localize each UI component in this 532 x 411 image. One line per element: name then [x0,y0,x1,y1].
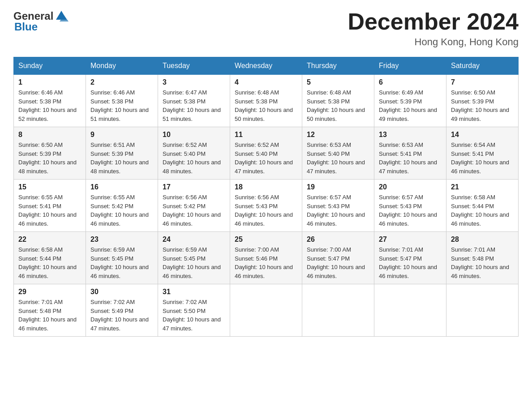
calendar-week-row: 1 Sunrise: 6:46 AM Sunset: 5:38 PM Dayli… [14,75,519,127]
day-info: Sunrise: 7:01 AM Sunset: 5:48 PM Dayligh… [451,245,514,280]
col-header-sunday: Sunday [14,57,86,75]
day-info: Sunrise: 6:50 AM Sunset: 5:39 PM Dayligh… [451,88,514,123]
day-info: Sunrise: 6:55 AM Sunset: 5:41 PM Dayligh… [18,193,81,228]
day-info: Sunrise: 7:01 AM Sunset: 5:48 PM Dayligh… [18,298,81,333]
title-section: December 2024 Hong Kong, Hong Kong [348,9,519,48]
calendar-cell: 9 Sunrise: 6:51 AM Sunset: 5:39 PM Dayli… [86,127,158,180]
calendar-cell: 27 Sunrise: 7:01 AM Sunset: 5:47 PM Dayl… [374,232,446,284]
day-number: 10 [163,131,225,139]
day-info: Sunrise: 6:57 AM Sunset: 5:43 PM Dayligh… [379,193,442,228]
calendar-cell: 8 Sunrise: 6:50 AM Sunset: 5:39 PM Dayli… [14,127,86,180]
calendar-cell: 20 Sunrise: 6:57 AM Sunset: 5:43 PM Dayl… [374,180,446,232]
day-info: Sunrise: 6:58 AM Sunset: 5:44 PM Dayligh… [18,245,81,280]
day-info: Sunrise: 6:52 AM Sunset: 5:40 PM Dayligh… [235,141,297,176]
logo-icon [54,9,69,23]
day-number: 12 [307,131,369,139]
day-number: 7 [451,78,514,86]
month-title: December 2024 [348,9,519,34]
calendar-cell: 24 Sunrise: 6:59 AM Sunset: 5:45 PM Dayl… [158,232,230,284]
calendar-cell [230,284,302,337]
day-number: 30 [90,288,153,296]
day-info: Sunrise: 7:00 AM Sunset: 5:47 PM Dayligh… [307,245,369,280]
day-number: 27 [379,235,442,244]
calendar-cell [374,284,446,337]
calendar-cell: 3 Sunrise: 6:47 AM Sunset: 5:38 PM Dayli… [158,75,230,127]
day-number: 5 [307,78,369,86]
day-info: Sunrise: 6:56 AM Sunset: 5:42 PM Dayligh… [163,193,225,228]
col-header-monday: Monday [86,57,158,75]
day-info: Sunrise: 6:54 AM Sunset: 5:41 PM Dayligh… [451,141,514,176]
calendar-cell: 16 Sunrise: 6:55 AM Sunset: 5:42 PM Dayl… [86,180,158,232]
calendar-cell: 30 Sunrise: 7:02 AM Sunset: 5:49 PM Dayl… [86,284,158,337]
day-number: 15 [18,183,81,191]
day-number: 8 [18,131,81,139]
calendar-cell: 21 Sunrise: 6:58 AM Sunset: 5:44 PM Dayl… [446,180,519,232]
calendar-cell: 31 Sunrise: 7:02 AM Sunset: 5:50 PM Dayl… [158,284,230,337]
calendar-cell [446,284,519,337]
day-info: Sunrise: 7:01 AM Sunset: 5:47 PM Dayligh… [379,245,442,280]
day-number: 6 [379,78,442,86]
day-number: 19 [307,183,369,191]
calendar-header-row: SundayMondayTuesdayWednesdayThursdayFrid… [14,57,519,75]
day-info: Sunrise: 6:56 AM Sunset: 5:43 PM Dayligh… [235,193,297,228]
location: Hong Kong, Hong Kong [348,36,519,48]
day-info: Sunrise: 6:47 AM Sunset: 5:38 PM Dayligh… [163,88,225,123]
logo: General Blue [13,9,69,33]
calendar-cell: 12 Sunrise: 6:53 AM Sunset: 5:40 PM Dayl… [302,127,374,180]
calendar-cell: 6 Sunrise: 6:49 AM Sunset: 5:39 PM Dayli… [374,75,446,127]
day-number: 13 [379,131,442,139]
day-info: Sunrise: 7:00 AM Sunset: 5:46 PM Dayligh… [235,245,297,280]
col-header-tuesday: Tuesday [158,57,230,75]
calendar-cell: 4 Sunrise: 6:48 AM Sunset: 5:38 PM Dayli… [230,75,302,127]
col-header-thursday: Thursday [302,57,374,75]
day-info: Sunrise: 6:49 AM Sunset: 5:39 PM Dayligh… [379,88,442,123]
page-header: General Blue December 2024 Hong Kong, Ho… [13,9,519,48]
day-number: 23 [90,235,153,244]
day-number: 9 [90,131,153,139]
day-number: 11 [235,131,297,139]
day-info: Sunrise: 6:59 AM Sunset: 5:45 PM Dayligh… [90,245,153,280]
day-info: Sunrise: 6:46 AM Sunset: 5:38 PM Dayligh… [90,88,153,123]
day-info: Sunrise: 7:02 AM Sunset: 5:50 PM Dayligh… [163,298,225,333]
day-info: Sunrise: 6:59 AM Sunset: 5:45 PM Dayligh… [163,245,225,280]
col-header-friday: Friday [374,57,446,75]
day-number: 20 [379,183,442,191]
day-info: Sunrise: 6:50 AM Sunset: 5:39 PM Dayligh… [18,141,81,176]
day-number: 22 [18,235,81,244]
logo-text-blue: Blue [14,21,38,33]
calendar-week-row: 22 Sunrise: 6:58 AM Sunset: 5:44 PM Dayl… [14,232,519,284]
calendar-week-row: 15 Sunrise: 6:55 AM Sunset: 5:41 PM Dayl… [14,180,519,232]
day-number: 2 [90,78,153,86]
day-number: 18 [235,183,297,191]
day-info: Sunrise: 6:58 AM Sunset: 5:44 PM Dayligh… [451,193,514,228]
day-info: Sunrise: 6:48 AM Sunset: 5:38 PM Dayligh… [235,88,297,123]
day-number: 4 [235,78,297,86]
day-info: Sunrise: 6:46 AM Sunset: 5:38 PM Dayligh… [18,88,81,123]
calendar-cell: 17 Sunrise: 6:56 AM Sunset: 5:42 PM Dayl… [158,180,230,232]
day-number: 28 [451,235,514,244]
calendar-cell: 7 Sunrise: 6:50 AM Sunset: 5:39 PM Dayli… [446,75,519,127]
calendar-cell: 11 Sunrise: 6:52 AM Sunset: 5:40 PM Dayl… [230,127,302,180]
day-number: 17 [163,183,225,191]
calendar-cell: 23 Sunrise: 6:59 AM Sunset: 5:45 PM Dayl… [86,232,158,284]
calendar-cell: 28 Sunrise: 7:01 AM Sunset: 5:48 PM Dayl… [446,232,519,284]
calendar-cell: 2 Sunrise: 6:46 AM Sunset: 5:38 PM Dayli… [86,75,158,127]
day-info: Sunrise: 6:52 AM Sunset: 5:40 PM Dayligh… [163,141,225,176]
day-number: 29 [18,288,81,296]
col-header-saturday: Saturday [446,57,519,75]
calendar-cell: 14 Sunrise: 6:54 AM Sunset: 5:41 PM Dayl… [446,127,519,180]
day-info: Sunrise: 6:51 AM Sunset: 5:39 PM Dayligh… [90,141,153,176]
day-info: Sunrise: 6:48 AM Sunset: 5:38 PM Dayligh… [307,88,369,123]
calendar-cell: 5 Sunrise: 6:48 AM Sunset: 5:38 PM Dayli… [302,75,374,127]
calendar-cell: 10 Sunrise: 6:52 AM Sunset: 5:40 PM Dayl… [158,127,230,180]
calendar-week-row: 29 Sunrise: 7:01 AM Sunset: 5:48 PM Dayl… [14,284,519,337]
day-number: 3 [163,78,225,86]
calendar-cell [302,284,374,337]
day-info: Sunrise: 7:02 AM Sunset: 5:49 PM Dayligh… [90,298,153,333]
calendar-cell: 19 Sunrise: 6:57 AM Sunset: 5:43 PM Dayl… [302,180,374,232]
calendar-cell: 15 Sunrise: 6:55 AM Sunset: 5:41 PM Dayl… [14,180,86,232]
calendar-cell: 22 Sunrise: 6:58 AM Sunset: 5:44 PM Dayl… [14,232,86,284]
calendar-cell: 29 Sunrise: 7:01 AM Sunset: 5:48 PM Dayl… [14,284,86,337]
day-info: Sunrise: 6:57 AM Sunset: 5:43 PM Dayligh… [307,193,369,228]
day-number: 31 [163,288,225,296]
